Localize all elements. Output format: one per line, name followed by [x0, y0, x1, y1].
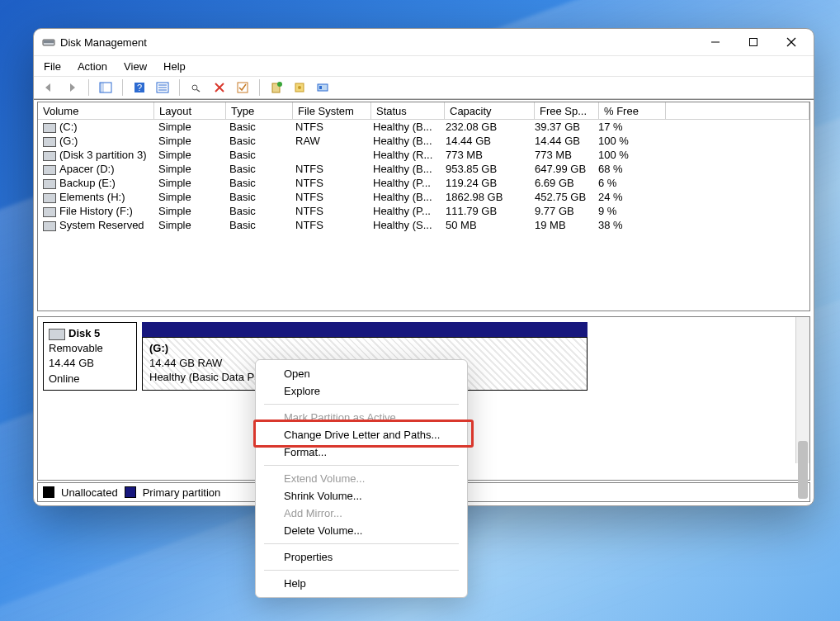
check-icon[interactable] [233, 78, 252, 97]
menu-help[interactable]: Help [155, 56, 194, 76]
ctx-separator [264, 543, 459, 544]
volume-free: 19 MB [530, 219, 593, 231]
table-row[interactable]: System ReservedSimpleBasicNTFSHealthy (S… [38, 218, 809, 232]
settings-icon[interactable] [313, 78, 333, 97]
volume-capacity: 953.85 GB [441, 163, 530, 175]
toolbar-separator [122, 79, 123, 96]
volume-fs: NTFS [290, 163, 368, 175]
disk-kind: Removable [49, 341, 131, 356]
delete-icon[interactable] [210, 78, 229, 97]
table-row[interactable]: File History (F:)SimpleBasicNTFSHealthy … [38, 204, 809, 218]
ctx-change-drive-letter[interactable]: Change Drive Letter and Paths... [256, 426, 467, 443]
volume-type: Basic [224, 219, 290, 231]
volume-status: Healthy (P... [368, 205, 441, 217]
table-row[interactable]: Apacer (D:)SimpleBasicNTFSHealthy (B...9… [38, 162, 809, 176]
volume-pctfree: 100 % [593, 149, 659, 161]
close-button[interactable] [772, 29, 810, 55]
ctx-shrink[interactable]: Shrink Volume... [256, 487, 467, 505]
titlebar[interactable]: Disk Management [34, 29, 814, 55]
volume-list-header[interactable]: Volume Layout Type File System Status Ca… [38, 102, 809, 120]
toolbar-separator [259, 79, 260, 96]
drive-icon [43, 207, 56, 217]
disk-info[interactable]: Disk 5 Removable 14.44 GB Online [43, 322, 137, 391]
svg-rect-3 [750, 39, 757, 46]
col-capacity[interactable]: Capacity [445, 102, 535, 119]
table-row[interactable]: (C:)SimpleBasicNTFSHealthy (B...232.08 G… [38, 120, 809, 134]
col-volume[interactable]: Volume [38, 102, 154, 119]
menu-action[interactable]: Action [69, 56, 116, 76]
disk-state: Online [49, 372, 131, 386]
table-row[interactable]: Backup (E:)SimpleBasicNTFSHealthy (P...1… [38, 176, 809, 190]
context-menu: Open Explore Mark Partition as Active Ch… [255, 359, 468, 598]
svg-rect-23 [318, 84, 328, 91]
col-type[interactable]: Type [226, 102, 293, 119]
show-hide-tree-button[interactable] [96, 78, 116, 97]
maximize-button[interactable] [734, 29, 772, 55]
back-button[interactable] [39, 78, 59, 97]
svg-rect-1 [44, 40, 54, 43]
volume-free: 452.75 GB [530, 191, 593, 203]
ctx-help[interactable]: Help [256, 575, 467, 592]
volume-capacity: 232.08 GB [441, 121, 530, 133]
menubar: File Action View Help [34, 55, 814, 77]
action-list-button[interactable] [153, 78, 172, 97]
drive-icon [43, 151, 56, 161]
ctx-separator [264, 404, 459, 405]
menu-file[interactable]: File [35, 56, 69, 76]
drive-icon [43, 137, 56, 147]
new-volume-icon[interactable] [267, 78, 286, 97]
volume-rows: (C:)SimpleBasicNTFSHealthy (B...232.08 G… [38, 120, 809, 310]
volume-capacity: 111.79 GB [441, 205, 530, 217]
col-fs[interactable]: File System [293, 102, 371, 119]
refresh-button[interactable] [186, 78, 206, 97]
vertical-scrollbar[interactable] [795, 317, 809, 463]
help-button[interactable]: ? [130, 78, 149, 97]
scrollbar-thumb[interactable] [798, 441, 808, 499]
ctx-separator [264, 465, 459, 466]
ctx-explore[interactable]: Explore [256, 382, 467, 400]
volume-capacity: 50 MB [441, 219, 530, 231]
volume-type: Basic [224, 205, 290, 217]
menu-view[interactable]: View [116, 56, 155, 76]
legend-unallocated: Unallocated [61, 486, 118, 499]
col-status[interactable]: Status [371, 102, 445, 119]
volume-list[interactable]: Volume Layout Type File System Status Ca… [37, 102, 810, 311]
volume-type: Basic [224, 191, 290, 203]
minimize-button[interactable] [696, 29, 734, 55]
toolbar-separator [179, 79, 180, 96]
volume-fs: NTFS [290, 121, 368, 133]
ctx-delete[interactable]: Delete Volume... [256, 522, 467, 539]
volume-fs: NTFS [290, 219, 368, 231]
volume-capacity: 1862.98 GB [441, 191, 530, 203]
volume-type: Basic [224, 163, 290, 175]
table-row[interactable]: (G:)SimpleBasicRAWHealthy (B...14.44 GB1… [38, 134, 809, 148]
volume-name: File History (F:) [59, 205, 133, 217]
window-title: Disk Management [60, 36, 147, 49]
volume-layout: Simple [153, 149, 224, 161]
drive-icon [49, 329, 65, 340]
volume-pctfree: 6 % [593, 177, 659, 189]
volume-type: Basic [224, 121, 290, 133]
ctx-open[interactable]: Open [256, 365, 467, 382]
properties-icon[interactable] [290, 78, 309, 97]
ctx-format[interactable]: Format... [256, 443, 467, 461]
forward-button[interactable] [62, 78, 82, 97]
table-row[interactable]: (Disk 3 partition 3)SimpleBasicHealthy (… [38, 148, 809, 162]
table-row[interactable]: Elements (H:)SimpleBasicNTFSHealthy (B..… [38, 190, 809, 204]
volume-pctfree: 38 % [593, 219, 659, 231]
col-pctfree[interactable]: % Free [599, 102, 666, 119]
volume-name: (C:) [59, 121, 78, 133]
volume-layout: Simple [153, 191, 224, 203]
svg-line-15 [197, 90, 201, 92]
col-free[interactable]: Free Sp... [535, 102, 599, 119]
volume-free: 6.69 GB [530, 177, 593, 189]
volume-layout: Simple [153, 163, 224, 175]
app-icon [42, 36, 55, 49]
ctx-properties[interactable]: Properties [256, 548, 467, 566]
volume-fs: NTFS [290, 177, 368, 189]
volume-status: Healthy (B... [368, 121, 441, 133]
volume-free: 39.37 GB [530, 121, 593, 133]
volume-fs: NTFS [290, 205, 368, 217]
col-layout[interactable]: Layout [154, 102, 226, 119]
volume-status: Healthy (S... [368, 219, 441, 231]
